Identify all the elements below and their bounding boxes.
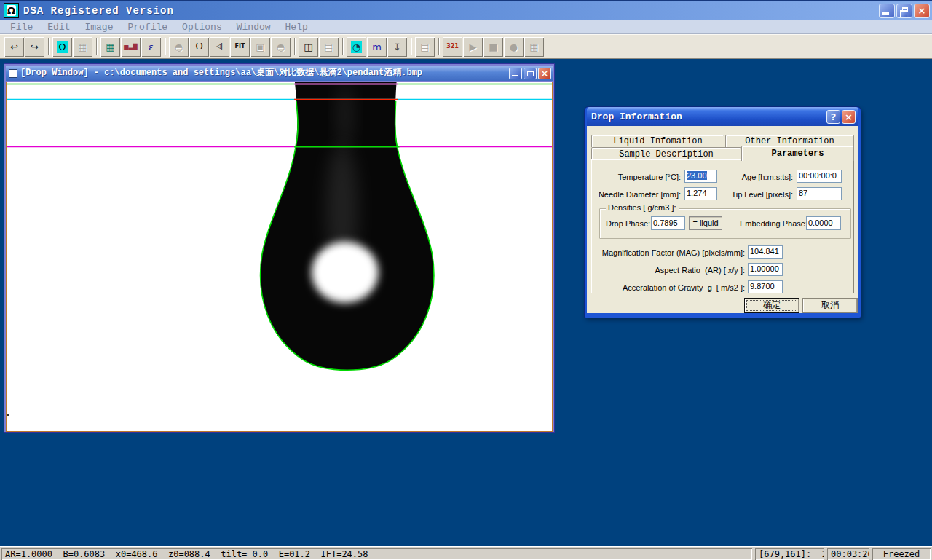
parameters-panel: Temperature [°C]: 23.00 Age [h:m:s:ts]: … [591,159,854,293]
menu-help[interactable]: Help [278,22,315,33]
dialog-body: Liquid Infomation Other Information Samp… [587,126,858,313]
drop-window-title: [Drop Window] - c:\documents and setting… [20,66,508,81]
save-image-button[interactable]: ↪ [25,37,44,57]
drop-window-icon [9,69,17,78]
embedding-phase-label: Embedding Phase: [740,219,807,228]
close-icon: × [541,68,548,79]
toolbar-separator [48,38,50,55]
fit-button[interactable]: FIT [230,37,250,57]
contact-angle-button[interactable]: ◁| [210,37,229,57]
countdown-timer-button[interactable]: 321 [443,37,462,57]
open-image-button[interactable]: ↩ [4,37,24,57]
densities-groupbox: Densities [ g/cm3 ]: Drop Phase: 0.7895 … [599,208,851,239]
sessile-drop-button: ◓ [169,37,189,57]
close-icon: × [918,5,926,16]
maximize-icon [527,71,534,76]
data-table-button[interactable]: ▦ [100,37,120,57]
toolbar-separator [438,38,440,55]
temperature-input[interactable]: 23.00 [684,170,717,183]
restore-icon [902,7,908,12]
menu-image[interactable]: Image [77,22,120,33]
toolbar-separator [294,38,296,55]
pendant-contour-button[interactable]: ( ) [189,37,209,57]
cursor-pixel-status: [679,161]: 255 [755,548,824,560]
drop-window-maximize-button[interactable] [524,68,537,79]
drop-window-minimize-button[interactable] [509,68,522,79]
restore-button[interactable] [896,4,912,18]
dialog-titlebar[interactable]: Drop Information ? × [587,107,858,126]
frame-grabber-button: ▦ [73,37,92,57]
liquid-indicator: = liquid [689,216,722,230]
print-button: ▤ [415,37,435,57]
dsa-drop-logo-button[interactable]: Ω [52,37,72,57]
dialog-close-button[interactable]: × [842,110,856,124]
dsa-application-window: Ω DSA Registered Version × File Edit Ima… [0,0,932,560]
app-title: DSA Registered Version [23,5,174,17]
temperature-label: Temperature [°C]: [618,173,681,181]
embedding-phase-input[interactable]: 0.0000 [806,216,841,230]
record-button: ● [504,37,524,57]
menu-profile[interactable]: Profile [120,22,175,33]
dialog-help-button[interactable]: ? [826,110,840,124]
drop-window-close-button[interactable]: × [538,68,551,79]
calipers-button[interactable]: ◫ [299,37,318,57]
drop-information-dialog: Drop Information ? × Liquid Infomation O… [585,107,861,318]
needle-diameter-input[interactable]: 1.274 [684,187,717,200]
dialog-title: Drop Information [591,111,825,122]
drop-image-canvas[interactable] [6,82,553,432]
pendant-drop-image [7,82,552,431]
tab-parameters[interactable]: Parameters [741,146,854,161]
elapsed-time-status: 00:03:26 [827,548,869,560]
minimize-icon [512,75,518,76]
minimize-icon [882,12,889,15]
tab-sample-description[interactable]: Sample Description [591,147,741,160]
gravity-label: Acceralation of Gravity g [ m/s2 ]: [623,283,745,292]
menu-options[interactable]: Options [175,22,229,33]
menu-window[interactable]: Window [229,22,278,33]
tab-liquid-information[interactable]: Liquid Infomation [591,135,724,147]
close-button[interactable]: × [914,4,930,18]
toolbar-separator [411,38,412,55]
toolbar: ↩ ↪ Ω ▦ ▦ ▅▂▇ ε ◓ ( ) ◁| FIT ▣ ◓ ◫ ▤ ◔ m… [0,34,932,59]
menu-edit[interactable]: Edit [40,22,77,33]
close-icon: × [845,111,853,122]
toolbar-separator [96,38,98,55]
magnification-input[interactable]: 104.841 [748,245,783,259]
sessile-drop-2-button: ◓ [271,37,291,57]
tip-level-input[interactable]: 87 [797,187,842,200]
magnification-label: Magnification Factor (MAG) [pixels/mm]: [602,248,745,257]
aspect-ratio-input[interactable]: 1.00000 [748,263,783,276]
bar-chart-button[interactable]: ▅▂▇ [121,37,141,57]
elapsed-clock-button[interactable]: ◔ [347,37,366,57]
help-icon: ? [831,111,837,122]
gravity-input[interactable]: 9.8700 [748,280,783,293]
drop-phase-label: Drop Phase: [606,219,650,228]
ok-button[interactable]: 确定 [744,298,799,313]
clipboard-export-button: ▤ [319,37,339,57]
toolbar-separator [342,38,344,55]
drop-window: [Drop Window] - c:\documents and setting… [4,63,555,433]
results-grid-button: ▦ [524,37,544,57]
magnification-m-button[interactable]: m [367,37,387,57]
needle-diameter-label: Needle Diameter [mm]: [599,190,681,199]
pixel-marker [7,414,9,416]
minimize-button[interactable] [879,4,895,18]
cancel-button[interactable]: 取消 [802,298,858,313]
framed-image-button: ▣ [250,37,270,57]
menu-file[interactable]: File [3,22,40,33]
age-label: Age [h:m:s:ts]: [742,173,793,181]
app-drop-logo-icon: Ω [4,3,19,18]
menubar: File Edit Image Profile Options Window H… [0,20,932,34]
drop-window-titlebar[interactable]: [Drop Window] - c:\documents and setting… [6,66,553,81]
camera-state-status: Freezed [872,548,931,560]
syringe-dosing-button[interactable]: ↧ [387,37,407,57]
stop-button: ■ [483,37,503,57]
statusbar: AR=1.0000 B=0.6083 x0=468.6 z0=088.4 til… [0,546,932,560]
play-button: ▶ [463,37,483,57]
profile-epsilon-button[interactable]: ε [141,37,161,57]
drop-phase-input[interactable]: 0.7895 [651,216,685,230]
fit-results-status: AR=1.0000 B=0.6083 x0=468.6 z0=088.4 til… [1,548,752,560]
age-input[interactable]: 00:00:00:0 [797,170,842,183]
toolbar-separator [165,38,166,55]
tip-level-label: Tip Level [pixels]: [731,190,793,199]
